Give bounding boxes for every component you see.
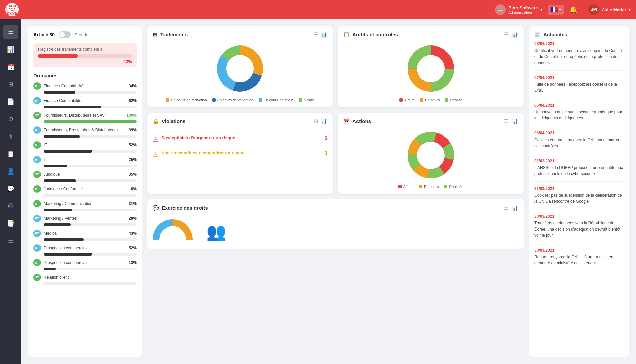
news-date: 06/04/2021 bbox=[534, 131, 624, 135]
violations-list-icon[interactable]: ⊞ bbox=[314, 118, 318, 124]
domain-name: Fournisseurs, Distributeurs et SAV bbox=[44, 113, 124, 118]
violations-icon: 🔒 bbox=[153, 118, 159, 124]
domain-bar-track bbox=[44, 268, 137, 270]
domain-item[interactable]: STFournisseurs, Distributeurs et SAV100% bbox=[33, 112, 137, 123]
legend-item-revue: En cours de revue bbox=[259, 98, 294, 102]
sidebar-item-reports[interactable]: 📋 bbox=[3, 147, 18, 161]
news-date: 06/04/2021 bbox=[534, 103, 624, 108]
right-panel: 📰 Actualités 08/04/2021Certificat vert n… bbox=[529, 26, 629, 357]
news-item[interactable]: 30/03/2021Transferts de données vers la … bbox=[534, 214, 624, 243]
actualites-title: 📰 Actualités bbox=[534, 31, 624, 37]
domain-item[interactable]: STJuridique / Conformité0% bbox=[33, 185, 137, 197]
news-item[interactable]: 06/04/2021Cookies et autres traceurs: la… bbox=[534, 131, 624, 154]
notifications-bell-icon[interactable]: 🔔 bbox=[569, 6, 577, 14]
violation-high-risk[interactable]: ⚠ Susceptibles d'engendrer un risque 5 bbox=[153, 132, 327, 147]
domain-item[interactable]: RTProspection commerciale52% bbox=[33, 244, 137, 256]
domain-header: RTFournisseurs, Prestataires & Distribut… bbox=[33, 126, 137, 134]
exercice-chart-icon[interactable]: 📊 bbox=[511, 205, 518, 211]
audits-list-icon[interactable]: ☰ bbox=[504, 31, 509, 38]
actions-donut-hole bbox=[418, 143, 444, 168]
audits-card: 📋 Audits et contrôles ☰ 📊 bbox=[338, 26, 524, 107]
sidebar-item-grid[interactable]: ⊞ bbox=[3, 77, 18, 92]
toggle-knob bbox=[59, 32, 65, 37]
domain-item[interactable]: RTIT25% bbox=[33, 156, 137, 167]
domain-item[interactable]: RTMarketing / Ventes29% bbox=[33, 215, 137, 226]
exercice-list-icon[interactable]: ☰ bbox=[504, 205, 509, 211]
news-text: Fuite de données Facebook: les conseils … bbox=[534, 81, 624, 93]
domain-header: RTProspection commerciale52% bbox=[33, 244, 137, 252]
traitements-card-header: ⊞ Traitements ☰ 📊 bbox=[153, 31, 327, 38]
language-selector[interactable]: 🇫🇷 ▾ bbox=[548, 5, 564, 15]
actions-chart-icon[interactable]: 📊 bbox=[511, 118, 518, 124]
domain-header: RTFinance Comptabilité62% bbox=[33, 97, 137, 104]
news-item[interactable]: 30/03/2021Radars-tronçons : la CNIL clôt… bbox=[534, 248, 624, 271]
violation-low-risk[interactable]: ⚠ Non-susceptibles d'engendrer un risque… bbox=[153, 147, 327, 162]
logo-icon: DATALEGALDRIVE bbox=[5, 3, 19, 16]
domain-item[interactable]: STJuridique35% bbox=[33, 171, 137, 182]
sidebar-item-documents[interactable]: 📄 bbox=[3, 94, 18, 109]
left-panel: Article 30 Etendu Registre des traitemen… bbox=[28, 26, 142, 357]
domain-item[interactable]: RTFinance Comptabilité62% bbox=[33, 97, 137, 108]
audits-card-actions[interactable]: ☰ 📊 bbox=[504, 31, 518, 38]
chart-view-icon[interactable]: 📊 bbox=[321, 31, 327, 38]
sidebar-item-pages[interactable]: 📑 bbox=[3, 216, 18, 231]
sidebar-item-menu[interactable]: ☰ bbox=[3, 25, 18, 39]
domain-item[interactable]: STProspection commerciale13% bbox=[33, 259, 137, 270]
news-item[interactable]: 31/03/2021L'ANSSI et la DGEFP proposent … bbox=[534, 159, 624, 182]
audits-icon: 📋 bbox=[343, 32, 350, 38]
org-selector[interactable]: 🏢 Blop Software Administrateur ▾ bbox=[495, 4, 542, 15]
article30-toggle[interactable] bbox=[59, 31, 71, 38]
user-menu[interactable]: JM Julie Merlet ▾ bbox=[588, 4, 631, 15]
news-item[interactable]: 08/04/2021Certificat vert numérique: avi… bbox=[534, 41, 624, 71]
domain-bar-track bbox=[44, 194, 137, 197]
sidebar-item-quotes[interactable]: 💬 bbox=[3, 181, 18, 196]
bottom-cards-grid: 🔒 Violations ⊞ 📊 ⚠ Susceptibles d'engend… bbox=[147, 113, 524, 194]
domain-name: Juridique bbox=[44, 172, 126, 177]
logo-area[interactable]: DATALEGALDRIVE bbox=[5, 3, 19, 16]
domain-item[interactable]: STMarketing / Communication31% bbox=[33, 200, 137, 211]
domain-bar-fill bbox=[44, 238, 84, 241]
audits-chart: A faire En cours Réalisé bbox=[343, 42, 518, 102]
domain-bar-fill bbox=[44, 165, 67, 167]
sidebar-item-list[interactable]: ☰ bbox=[3, 234, 18, 248]
traitements-card-actions[interactable]: ☰ 📊 bbox=[313, 31, 327, 38]
domain-item[interactable]: STRelation client bbox=[33, 274, 137, 285]
domain-pct: 13% bbox=[129, 260, 137, 265]
news-text: Un nouveau guide sur la sécurité numériq… bbox=[534, 109, 624, 121]
news-item[interactable]: 06/04/2021Un nouveau guide sur la sécuri… bbox=[534, 103, 624, 126]
domain-item[interactable]: STIT52% bbox=[33, 141, 137, 153]
domain-bar-track bbox=[44, 165, 137, 167]
legend-item-afaire: A faire bbox=[399, 98, 415, 102]
sidebar-item-dashboard[interactable]: 📊 bbox=[3, 42, 18, 57]
sidebar-item-users[interactable]: 👤 bbox=[3, 164, 18, 179]
domain-pct: 52% bbox=[129, 246, 137, 250]
actions-dot-encours bbox=[419, 185, 422, 188]
domain-pct: 62% bbox=[129, 98, 137, 103]
sidebar-item-health[interactable]: ⚕ bbox=[3, 129, 18, 144]
progress-percent: 42% bbox=[38, 59, 132, 64]
exercice-title: 💬 Exercice des droits bbox=[153, 205, 208, 211]
domain-item[interactable]: RTMédical43% bbox=[33, 230, 137, 241]
domain-bar-fill bbox=[44, 223, 71, 226]
actions-card-actions[interactable]: ☰ 📊 bbox=[504, 118, 518, 124]
domain-bar-fill bbox=[44, 253, 92, 256]
violations-card: 🔒 Violations ⊞ 📊 ⚠ Susceptibles d'engend… bbox=[147, 113, 333, 194]
news-item[interactable]: 07/04/2021Fuite de données Facebook: les… bbox=[534, 75, 624, 98]
audits-chart-icon[interactable]: 📊 bbox=[511, 31, 518, 38]
domain-bar-track bbox=[44, 179, 137, 182]
audits-card-header: 📋 Audits et contrôles ☰ 📊 bbox=[343, 31, 518, 38]
violations-card-actions[interactable]: ⊞ 📊 bbox=[314, 118, 327, 124]
domain-item[interactable]: RTFournisseurs, Prestataires & Distribut… bbox=[33, 126, 137, 138]
violations-chart-icon[interactable]: 📊 bbox=[321, 118, 327, 124]
exercice-card-actions[interactable]: ☰ 📊 bbox=[504, 205, 518, 211]
sidebar-item-circle[interactable]: ⊙ bbox=[3, 112, 18, 126]
top-navigation: DATALEGALDRIVE 🏢 Blop Software Administr… bbox=[0, 0, 636, 19]
news-item[interactable]: 31/03/2021Cookies: pas de suspension de … bbox=[534, 186, 624, 209]
actions-list-icon[interactable]: ☰ bbox=[504, 118, 509, 124]
list-view-icon[interactable]: ☰ bbox=[313, 31, 318, 38]
sidebar-item-calendar[interactable]: 📅 bbox=[3, 60, 18, 74]
sidebar-item-registry[interactable]: 🏛 bbox=[3, 199, 18, 213]
domain-item[interactable]: STFinance / Comptabilité34% bbox=[33, 82, 137, 94]
domain-header: RTIT25% bbox=[33, 156, 137, 163]
news-text: Certificat vert numérique: avis conjoint… bbox=[534, 48, 624, 66]
